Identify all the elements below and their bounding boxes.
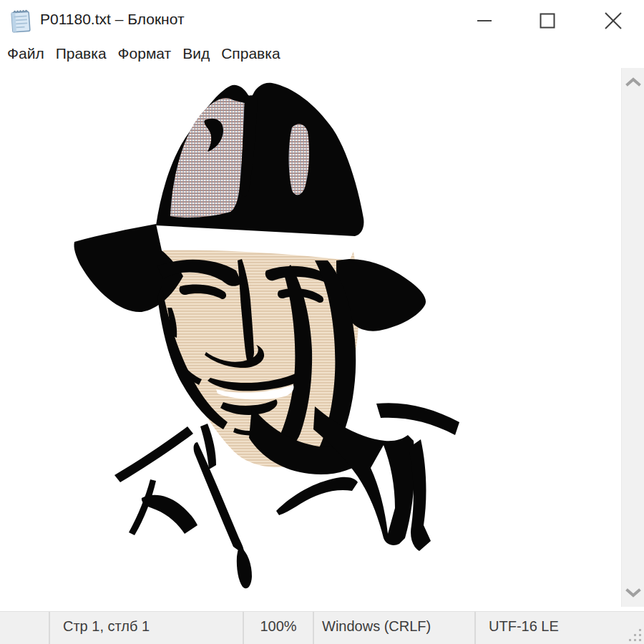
collar-left-check <box>142 495 197 534</box>
close-button[interactable] <box>591 0 635 42</box>
chevron-up-icon <box>625 77 641 87</box>
notepad-icon <box>9 7 34 34</box>
vertical-scrollbar[interactable] <box>621 68 644 607</box>
hat-highlight-panel <box>170 98 245 218</box>
fedora-man-illustration <box>64 72 479 594</box>
status-divider <box>313 612 314 644</box>
minimize-icon <box>477 13 492 29</box>
maximize-icon <box>540 13 555 29</box>
collar-left-edge <box>194 442 244 554</box>
minimize-button[interactable] <box>462 0 507 42</box>
status-divider <box>49 612 50 644</box>
shoulder-arm-stroke <box>376 403 459 435</box>
maximize-button[interactable] <box>525 0 570 42</box>
menu-help[interactable]: Справка <box>215 42 286 69</box>
encoding: UTF-16 LE <box>489 618 559 635</box>
menu-file[interactable]: Файл <box>1 42 50 69</box>
resize-grip-icon[interactable] <box>628 628 641 641</box>
scroll-up-button[interactable] <box>622 69 644 94</box>
status-bar: Стр 1, стлб 1 100% Windows (CRLF) UTF-16… <box>0 611 644 644</box>
collar-right-stroke <box>276 477 358 515</box>
window-title: P01180.txt – Блокнот <box>40 11 185 28</box>
right-jacket-mass <box>313 406 415 545</box>
text-editor-area[interactable] <box>0 69 621 612</box>
menu-edit[interactable]: Правка <box>50 42 112 69</box>
collar-left-top-stroke <box>114 426 193 482</box>
status-divider <box>474 612 476 644</box>
chevron-down-icon <box>625 588 641 598</box>
tie-knot <box>237 547 252 588</box>
menu-view[interactable]: Вид <box>177 42 215 69</box>
cursor-position: Стр 1, стлб 1 <box>63 618 150 635</box>
menu-format[interactable]: Формат <box>112 42 177 69</box>
title-bar: P01180.txt – Блокнот <box>0 0 644 42</box>
notepad-window: P01180.txt – Блокнот Файл Правка Формат … <box>0 0 644 644</box>
close-icon <box>605 12 622 29</box>
menu-bar: Файл Правка Формат Вид Справка <box>0 42 644 69</box>
line-ending: Windows (CRLF) <box>322 618 431 635</box>
scroll-down-button[interactable] <box>622 581 644 605</box>
zoom-level: 100% <box>244 618 313 635</box>
